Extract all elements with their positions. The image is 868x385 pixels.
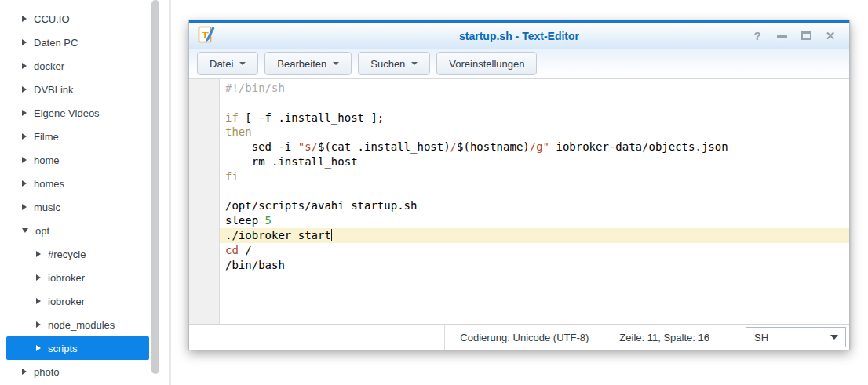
line-number: 7 (189, 169, 220, 184)
code-line-text (220, 272, 849, 287)
toolbar-button-datei[interactable]: Datei (197, 52, 258, 75)
toolbar-button-label: Suchen (370, 58, 405, 70)
sidebar-item-recycle[interactable]: #recycle (6, 242, 149, 266)
chevron-right-icon (22, 16, 27, 22)
sidebar-item-daten-pc[interactable]: Daten PC (6, 31, 149, 54)
code-line[interactable]: 2 (189, 96, 849, 111)
text-editor-icon: T (198, 25, 215, 47)
sidebar-item-eigene-videos[interactable]: Eigene Videos (6, 101, 149, 125)
sidebar-item-photo[interactable]: photo (6, 360, 149, 383)
sidebar-item-label: music (34, 202, 60, 213)
close-icon: ✕ (826, 29, 836, 42)
sidebar-item-label: #recycle (48, 249, 86, 260)
minimize-button[interactable] (775, 29, 788, 43)
code-line-text: sed -i "s/$(cat .install_host)/$(hostnam… (220, 140, 849, 154)
sidebar-item-label: home (34, 154, 60, 166)
code-segment-plain: sed -i (225, 140, 298, 153)
code-segment-comment: #!/bin/sh (225, 82, 285, 94)
code-line[interactable]: 6 rm .install_host (189, 154, 849, 169)
toolbar-button-label: Datei (210, 58, 233, 70)
code-line[interactable]: 10sleep 5 (189, 213, 849, 228)
minimize-icon (777, 35, 787, 38)
line-number: 4 (189, 125, 220, 140)
code-line[interactable]: 7fi (189, 169, 849, 184)
chevron-right-icon (22, 369, 27, 375)
sidebar-item-label: photo (34, 366, 60, 378)
status-bar: Codierung: Unicode (UTF-8) Zeile: 11, Sp… (189, 324, 849, 350)
chevron-right-icon (36, 321, 41, 328)
code-line-text: sleep 5 (220, 213, 849, 228)
code-line[interactable]: 4then (189, 125, 849, 140)
code-line-text: #!/bin/sh (220, 81, 849, 96)
maximize-button[interactable] (800, 29, 812, 43)
help-icon: ? (753, 29, 760, 42)
sidebar-item-iobroker[interactable]: iobroker (6, 266, 149, 289)
code-line-text: rm .install_host (220, 154, 849, 169)
toolbar-button-bearbeiten[interactable]: Bearbeiten (264, 52, 352, 75)
sidebar-item-label: opt (35, 225, 49, 237)
toolbar-button-voreinstellungen[interactable]: Voreinstellungen (436, 52, 537, 75)
code-editor[interactable]: 1#!/bin/sh23if [ -f .install_host ];4the… (189, 78, 849, 324)
code-line[interactable]: 14 (189, 272, 849, 287)
sidebar-item-opt[interactable]: opt (6, 219, 149, 242)
code-line-text: ./iobroker start (220, 228, 849, 243)
chevron-right-icon (22, 204, 27, 210)
window-titlebar[interactable]: T startup.sh - Text-Editor ? ✕ (189, 23, 849, 49)
sidebar-item-label: Filme (34, 131, 59, 143)
sidebar-item-iobroker[interactable]: iobroker_ (6, 289, 149, 313)
sidebar-item-music[interactable]: music (6, 195, 149, 219)
chevron-right-icon (36, 274, 41, 281)
chevron-right-icon (22, 86, 27, 93)
chevron-right-icon (22, 180, 27, 187)
sidebar-item-label: iobroker_ (48, 296, 90, 307)
sidebar-item-ccu-io[interactable]: CCU.IO (6, 7, 149, 31)
line-number: 2 (189, 96, 220, 111)
chevron-right-icon (22, 39, 27, 45)
caret-down-icon (411, 62, 418, 65)
code-segment-number: 5 (265, 214, 272, 227)
panel-divider (169, 0, 171, 385)
sidebar-item-filme[interactable]: Filme (6, 125, 149, 148)
code-line[interactable]: 12cd / (189, 243, 849, 258)
sidebar-item-label: iobroker (48, 272, 85, 284)
sidebar-item-home[interactable]: home (6, 148, 149, 172)
status-cursor-position: Zeile: 11, Spalte: 16 (604, 325, 724, 350)
line-number: 13 (189, 258, 220, 273)
chevron-right-icon (22, 110, 27, 116)
sidebar-item-label: CCU.IO (34, 13, 70, 25)
sidebar-item-dvblink[interactable]: DVBLink (6, 78, 149, 101)
code-line[interactable]: 8 (189, 184, 849, 199)
code-segment-plain: $(hostname) (457, 140, 530, 153)
status-position-label: Zeile: 11, Spalte: 16 (619, 332, 709, 343)
window-title: startup.sh - Text-Editor (189, 30, 849, 42)
sidebar-item-scripts[interactable]: scripts (6, 336, 149, 360)
code-line[interactable]: 3if [ -f .install_host ]; (189, 111, 849, 125)
code-line[interactable]: 9/opt/scripts/avahi_startup.sh (189, 198, 849, 213)
code-line-active[interactable]: 11./iobroker start (189, 228, 849, 243)
code-segment-plain: rm .install_host (225, 155, 358, 168)
sidebar-item-homes[interactable]: homes (6, 172, 149, 195)
sidebar-item-label: docker (34, 60, 64, 72)
code-segment-builtin: cd (225, 244, 239, 256)
toolbar-button-suchen[interactable]: Suchen (358, 52, 430, 75)
sidebar-item-node-modules[interactable]: node_modules (6, 313, 149, 336)
help-button[interactable]: ? (751, 29, 764, 43)
code-segment-plain: /bin/bash (225, 259, 285, 271)
status-encoding: Codierung: Unicode (UTF-8) (444, 325, 604, 350)
code-line[interactable]: 1#!/bin/sh (189, 81, 849, 96)
maximize-icon (801, 31, 811, 40)
sidebar-item-label: node_modules (48, 319, 115, 331)
code-line[interactable]: 5 sed -i "s/$(cat .install_host)/$(hostn… (189, 140, 849, 154)
code-segment-string: "s/ (298, 140, 318, 153)
code-line[interactable]: 13/bin/bash (189, 258, 849, 273)
sidebar-item-label: scripts (48, 343, 78, 354)
chevron-right-icon (36, 251, 41, 257)
sidebar-scrollbar[interactable] (151, 0, 159, 374)
code-segment-string: / (450, 140, 457, 153)
sidebar-item-docker[interactable]: docker (6, 54, 149, 78)
language-select[interactable]: SH (746, 327, 846, 347)
code-segment-keyword: fi (225, 170, 239, 183)
chevron-right-icon (36, 345, 41, 351)
line-number: 5 (189, 140, 220, 154)
close-button[interactable]: ✕ (824, 29, 837, 43)
